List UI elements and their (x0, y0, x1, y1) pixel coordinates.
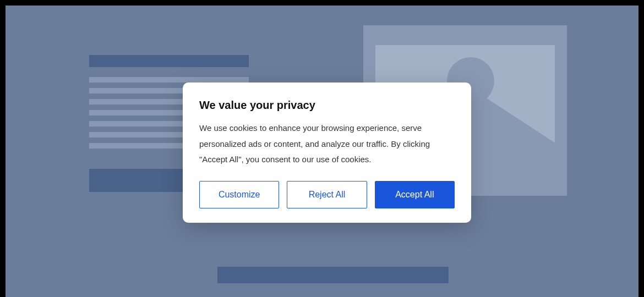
cookie-consent-modal: We value your privacy We use cookies to … (183, 82, 471, 223)
reject-all-button[interactable]: Reject All (287, 181, 367, 208)
modal-title: We value your privacy (199, 99, 455, 112)
skeleton-line (89, 77, 249, 82)
skeleton-heading (89, 55, 249, 67)
customize-button[interactable]: Customize (199, 181, 279, 208)
accept-all-button[interactable]: Accept All (375, 181, 455, 208)
skeleton-block (217, 267, 449, 283)
modal-actions: Customize Reject All Accept All (199, 181, 455, 208)
modal-description: We use cookies to enhance your browsing … (199, 120, 455, 168)
